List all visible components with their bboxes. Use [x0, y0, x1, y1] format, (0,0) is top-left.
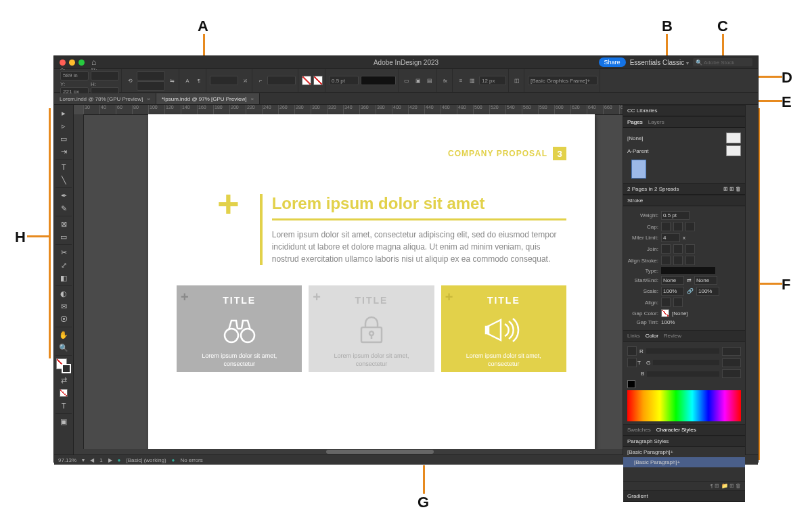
stroke-swatch-icon[interactable] [313, 76, 323, 85]
zoom-tool-icon[interactable]: 🔍 [55, 342, 72, 356]
effects-icon[interactable]: fx [441, 76, 450, 85]
flip-h-icon[interactable]: ⇋ [167, 76, 177, 85]
close-icon[interactable] [60, 60, 66, 66]
panel-stroke-header[interactable]: Stroke [623, 195, 745, 206]
maximize-icon[interactable] [78, 60, 85, 66]
cap-butt-icon[interactable] [661, 222, 671, 231]
end-arrow-input[interactable] [694, 276, 717, 285]
tab-review[interactable]: Review [664, 333, 681, 339]
gradient-swatch-tool-icon[interactable]: ◧ [55, 272, 72, 286]
scale-x-field[interactable] [137, 71, 165, 80]
workspace-switcher[interactable]: Essentials Classic ▾ [630, 59, 689, 66]
flip-v-icon[interactable]: ⤮ [240, 76, 250, 85]
default-fillstroke-icon[interactable]: ⇄ [55, 374, 72, 386]
start-arrow-input[interactable] [661, 276, 684, 285]
page-thumbnail[interactable]: ▾ [631, 160, 646, 179]
r-input[interactable] [722, 347, 741, 356]
tab-color[interactable]: Color [646, 333, 658, 339]
search-input[interactable]: 🔍 Adobe Stock [693, 58, 752, 66]
color-spectrum[interactable] [627, 390, 741, 421]
home-icon[interactable]: ⌂ [91, 57, 96, 67]
join-round-icon[interactable] [673, 244, 683, 254]
rectangle-frame-tool-icon[interactable]: ⊠ [55, 218, 72, 230]
panel-gradient[interactable]: Gradient [623, 490, 745, 502]
preflight-errors[interactable]: No errors [180, 457, 202, 463]
close-icon[interactable]: × [147, 96, 150, 102]
corner-field[interactable] [267, 76, 296, 85]
eyedropper-tool-icon[interactable]: ⦿ [55, 313, 72, 327]
panel-cc-libraries[interactable]: CC Libraries [623, 105, 745, 116]
screen-mode-icon[interactable]: ▣ [55, 415, 72, 427]
zoom-level[interactable]: 97.13% [58, 457, 76, 463]
panel-para-header[interactable]: Paragraph Styles [623, 436, 745, 447]
scissors-tool-icon[interactable]: ✂ [55, 246, 72, 258]
scale-start-input[interactable] [661, 287, 684, 296]
b-input[interactable] [722, 369, 741, 378]
minimize-icon[interactable] [69, 60, 75, 66]
stroke-type-field[interactable] [661, 267, 715, 274]
cap-proj-icon[interactable] [685, 222, 695, 231]
align-outside-icon[interactable] [685, 256, 695, 265]
pen-tool-icon[interactable]: ✒ [55, 189, 72, 202]
canvas[interactable]: 3040608010012014016018020022024026028030… [74, 105, 623, 454]
join-bevel-icon[interactable] [685, 244, 695, 254]
para-icon[interactable]: ¶ [194, 76, 204, 85]
fill-stroke-icon[interactable] [56, 358, 71, 373]
align-arrow-icon[interactable] [661, 298, 671, 307]
tab-layers[interactable]: Layers [648, 119, 664, 125]
hand-tool-icon[interactable]: ✋ [55, 329, 72, 341]
close-icon[interactable]: × [250, 96, 254, 102]
columns-icon[interactable]: ▥ [468, 76, 477, 85]
gradient-feather-tool-icon[interactable]: ◐ [55, 287, 72, 300]
object-style-field[interactable]: [Basic Graphics Frame]+ [528, 76, 597, 85]
document-page[interactable]: COMPANY PROPOSAL 3 + Lorem ipsum dolor s… [148, 114, 595, 454]
rectangle-tool-icon[interactable]: ▭ [55, 231, 72, 245]
shear-field[interactable] [210, 76, 238, 85]
miter-input[interactable] [661, 233, 680, 242]
fill-swatch-icon[interactable] [302, 76, 311, 85]
pages-none[interactable]: [None] [627, 135, 644, 141]
black-swatch[interactable] [627, 380, 635, 388]
wrap-jump-icon[interactable]: ▤ [425, 76, 434, 85]
stroke-style-field[interactable] [361, 76, 396, 85]
tab-pages[interactable]: Pages [627, 119, 643, 125]
dock-strip[interactable] [745, 105, 758, 454]
document-tab[interactable]: Lorem.indd @ 78% [GPU Preview]× [54, 93, 156, 104]
gap-tool-icon[interactable]: ⇥ [55, 145, 72, 160]
formatting-container-icon[interactable] [55, 387, 72, 399]
wrap-around-icon[interactable]: ▣ [413, 76, 423, 85]
page-tool-icon[interactable]: ▭ [55, 133, 72, 145]
direct-selection-tool-icon[interactable]: ▹ [55, 120, 72, 132]
tab-links[interactable]: Links [627, 333, 640, 339]
gap-color-swatch[interactable] [661, 309, 669, 317]
rotate-icon[interactable]: ⟲ [125, 76, 135, 85]
note-tool-icon[interactable]: ✉ [55, 300, 72, 312]
para-style-item[interactable]: [Basic Paragraph]+ [623, 457, 745, 467]
char-icon[interactable]: A [183, 76, 192, 85]
wrap-none-icon[interactable]: ▭ [402, 76, 411, 85]
selection-tool-icon[interactable]: ▸ [55, 107, 72, 119]
type-tool-icon[interactable]: T [55, 161, 72, 173]
free-transform-tool-icon[interactable]: ⤢ [55, 259, 72, 271]
join-miter-icon[interactable] [661, 244, 671, 254]
scale-end-input[interactable] [696, 287, 719, 296]
align-top-icon[interactable]: ≡ [456, 76, 466, 85]
document-tab[interactable]: *Ipsum.indd @ 97% [GPU Preview]× [156, 93, 260, 104]
share-button[interactable]: Share [599, 57, 626, 67]
align-inside-icon[interactable] [673, 256, 683, 265]
corner-icon[interactable]: ⌐ [256, 76, 265, 85]
pencil-tool-icon[interactable]: ✎ [55, 202, 72, 216]
scrollbar-horizontal[interactable] [83, 449, 623, 454]
cap-round-icon[interactable] [673, 222, 683, 231]
para-style-item[interactable]: [Basic Paragraph]+ [623, 447, 745, 457]
pages-parent[interactable]: A-Parent [627, 148, 649, 154]
g-input[interactable] [722, 358, 741, 367]
align-center-icon[interactable] [661, 256, 671, 265]
stroke-weight-field[interactable]: 0.5 pt [329, 76, 359, 85]
x-field[interactable]: 589 in [60, 71, 89, 80]
w-field[interactable] [91, 71, 119, 80]
preflight-profile[interactable]: [Basic] (working) [126, 457, 166, 463]
scale-y-field[interactable] [137, 81, 165, 91]
align-arrow2-icon[interactable] [673, 298, 683, 307]
tab-char-styles[interactable]: Character Styles [656, 427, 696, 433]
